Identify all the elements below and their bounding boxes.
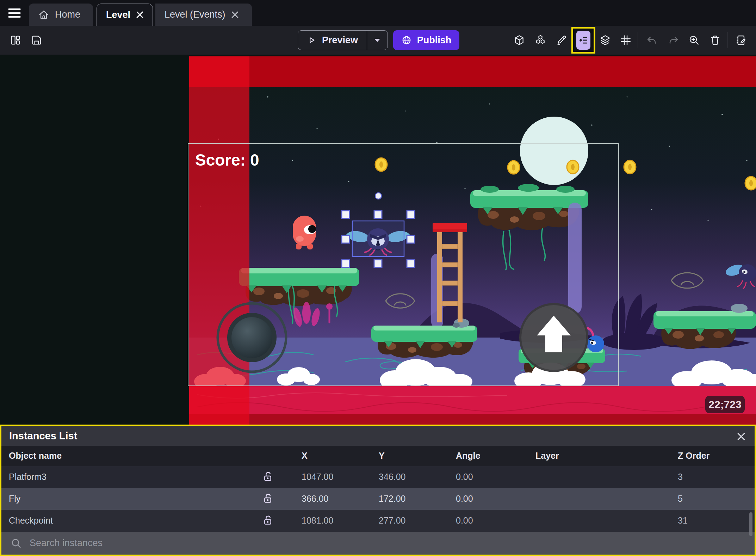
cell-y: 172.00 bbox=[379, 494, 405, 504]
coin bbox=[624, 160, 636, 174]
tab-home-label: Home bbox=[55, 9, 80, 20]
publish-label: Publish bbox=[417, 35, 452, 46]
rotate-handle bbox=[375, 193, 382, 199]
tab-level-events[interactable]: Level (Events) bbox=[155, 4, 252, 26]
cell-z-order: 5 bbox=[678, 494, 683, 504]
cell-y: 277.00 bbox=[379, 515, 405, 526]
cell-angle: 0.00 bbox=[456, 472, 473, 482]
objects-stack-icon[interactable] bbox=[532, 32, 549, 49]
cell-y: 346.00 bbox=[379, 472, 405, 482]
cell-x: 366.00 bbox=[302, 494, 328, 504]
close-icon[interactable] bbox=[136, 11, 144, 19]
column-layer[interactable]: Layer bbox=[535, 451, 559, 461]
coin bbox=[508, 161, 520, 174]
red-strip-bottom[interactable] bbox=[189, 386, 756, 414]
close-icon[interactable] bbox=[231, 11, 239, 19]
table-row[interactable]: Platform3 1047.00 346.00 0.00 3 bbox=[1, 466, 755, 488]
instance-name: Checkpoint bbox=[9, 515, 53, 526]
tab-level-events-label: Level (Events) bbox=[165, 9, 225, 20]
divider bbox=[638, 32, 638, 48]
play-icon bbox=[307, 35, 317, 45]
level-editor-app: Home Level Level (Events) bbox=[0, 0, 756, 556]
column-z-order[interactable]: Z Order bbox=[678, 451, 709, 461]
grid-icon[interactable] bbox=[617, 32, 634, 49]
jump-button[interactable] bbox=[520, 304, 587, 371]
instances-panel-title: Instances List bbox=[9, 430, 77, 442]
cell-z-order: 31 bbox=[678, 515, 688, 526]
coordinates-badge-text: 22;723 bbox=[708, 399, 741, 410]
redo-icon[interactable] bbox=[665, 32, 682, 49]
instances-panel: Instances List Object name X Y Angle Lay… bbox=[0, 425, 756, 556]
instances-list-icon[interactable] bbox=[571, 27, 595, 54]
edit-pencil-icon[interactable] bbox=[553, 32, 570, 49]
globe-icon bbox=[401, 35, 412, 45]
instance-name: Fly bbox=[9, 494, 20, 504]
cell-z-order: 3 bbox=[678, 472, 683, 482]
lock-open-icon[interactable] bbox=[262, 493, 273, 504]
scrollbar-thumb[interactable] bbox=[749, 512, 752, 536]
table-row[interactable]: Checkpoint 1081.00 277.00 0.00 31 bbox=[1, 510, 755, 532]
undo-icon[interactable] bbox=[643, 32, 660, 49]
tab-home[interactable]: Home bbox=[29, 4, 93, 26]
instances-table-header: Object name X Y Angle Layer Z Order bbox=[1, 446, 755, 466]
column-x[interactable]: X bbox=[302, 451, 308, 461]
layout-panels-icon[interactable] bbox=[7, 32, 24, 49]
column-y[interactable]: Y bbox=[379, 451, 385, 461]
hamburger-menu-icon[interactable] bbox=[6, 5, 23, 21]
cell-angle: 0.00 bbox=[456, 494, 473, 504]
cell-x: 1081.00 bbox=[302, 515, 333, 526]
home-icon bbox=[38, 9, 49, 20]
publish-button[interactable]: Publish bbox=[393, 30, 459, 50]
close-icon[interactable] bbox=[735, 430, 748, 443]
cell-x: 1047.00 bbox=[302, 472, 333, 482]
red-strip-top[interactable] bbox=[189, 56, 756, 87]
scene-canvas-svg: Score: 0 22;723 bbox=[0, 55, 756, 425]
tab-bar: Home Level Level (Events) bbox=[0, 0, 756, 26]
trash-icon[interactable] bbox=[707, 32, 724, 49]
table-row-selected[interactable]: Fly 366.00 172.00 0.00 5 bbox=[1, 488, 755, 510]
waterfall bbox=[568, 203, 582, 314]
save-icon[interactable] bbox=[28, 32, 45, 49]
coin bbox=[745, 177, 756, 190]
object-3d-icon[interactable] bbox=[511, 32, 528, 49]
coin bbox=[567, 160, 579, 174]
lock-open-icon[interactable] bbox=[262, 515, 273, 526]
editor-toolbar: Preview Publish bbox=[0, 26, 756, 55]
instances-list-icon-glyph bbox=[576, 31, 590, 50]
chevron-down-icon[interactable] bbox=[367, 31, 388, 50]
coin bbox=[375, 158, 387, 171]
score-text: Score: 0 bbox=[195, 151, 259, 169]
column-angle[interactable]: Angle bbox=[456, 451, 480, 461]
lock-open-icon[interactable] bbox=[262, 471, 273, 482]
layers-icon[interactable] bbox=[597, 32, 614, 49]
red-strip-bottom-dark bbox=[189, 414, 756, 425]
search-icon bbox=[11, 538, 22, 549]
scene-editor-canvas[interactable]: Score: 0 22;723 bbox=[0, 55, 756, 425]
moon[interactable] bbox=[520, 117, 588, 185]
search-input[interactable] bbox=[30, 538, 593, 549]
column-object-name[interactable]: Object name bbox=[9, 451, 62, 461]
tab-level[interactable]: Level bbox=[97, 4, 153, 26]
preview-label: Preview bbox=[322, 35, 358, 46]
instance-name: Platform3 bbox=[9, 472, 47, 482]
divider bbox=[727, 32, 727, 48]
notebook-edit-icon[interactable] bbox=[733, 32, 750, 49]
coordinates-badge: 22;723 bbox=[705, 396, 745, 413]
instances-panel-header: Instances List bbox=[1, 426, 755, 446]
cell-angle: 0.00 bbox=[456, 515, 473, 526]
joystick-control[interactable] bbox=[218, 303, 286, 372]
search-bar bbox=[1, 532, 755, 555]
preview-button[interactable]: Preview bbox=[298, 30, 388, 50]
tab-level-label: Level bbox=[106, 10, 130, 20]
zoom-in-icon[interactable] bbox=[686, 32, 702, 49]
